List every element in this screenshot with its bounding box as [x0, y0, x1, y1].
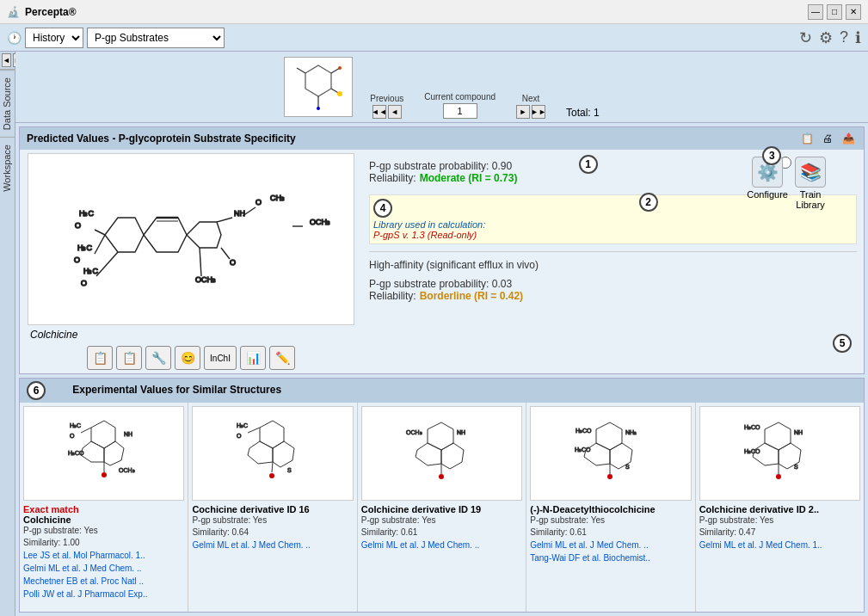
svg-text:OCH₃: OCH₃	[406, 429, 422, 435]
svg-marker-70	[753, 443, 779, 465]
sidebar-item-data-source[interactable]: Data Source	[0, 70, 15, 137]
copy-icon-btn[interactable]: 📋	[798, 130, 816, 147]
mol-tool-copy[interactable]: 📋	[87, 346, 113, 370]
minimize-button[interactable]: —	[808, 4, 823, 20]
svg-marker-44	[260, 421, 284, 448]
exp-info-4: P-gp substrate: Yes Similarity: 0.47	[699, 514, 860, 539]
exp-ref-1-0[interactable]: Gelmi ML et al. J Med Chem. ..	[192, 539, 353, 551]
exp-item-4: H₃CO NH H₃CO S Colchicine derivative ID …	[696, 403, 864, 612]
mol-tool-chart[interactable]: 📊	[240, 346, 266, 370]
svg-text:H₃C: H₃C	[83, 267, 98, 275]
colchicine-svg: H₃C O H₃C O H₃C O	[36, 157, 346, 321]
exp-mol-svg-2: NH OCH₃	[403, 410, 481, 496]
exp-refs-1: Gelmi ML et al. J Med Chem. ..	[192, 539, 353, 551]
mol-tool-smile[interactable]: 😊	[175, 346, 200, 370]
exp-ref-0-1[interactable]: Gelmi ML et al. J Med Chem. ..	[23, 562, 184, 575]
first-btn[interactable]: ◄◄	[372, 105, 386, 119]
content-area: Previous ◄◄ ◄ Current compound Next ►	[15, 52, 868, 616]
exp-ref-0-2[interactable]: Mechetner EB et al. Proc Natl ..	[23, 575, 184, 588]
current-label: Current compound	[424, 92, 496, 102]
mol-tool-edit[interactable]: ✏️	[269, 346, 295, 370]
svg-text:OCH₃: OCH₃	[119, 467, 135, 473]
refresh-icon[interactable]: ↻	[799, 28, 812, 47]
svg-point-48	[269, 473, 274, 478]
mol-tool-clipboard2[interactable]: 📋	[116, 346, 142, 370]
exp-ref-3-0[interactable]: Gelmi ML et al. J Med Chem. ..	[530, 539, 691, 551]
exp-ref-0-0[interactable]: Lee JS et al. Mol Pharmacol. 1..	[23, 549, 184, 562]
total-label: Total: 1	[566, 107, 600, 119]
svg-marker-8	[105, 218, 144, 252]
svg-text:S: S	[794, 464, 798, 470]
train-icon: 📚	[795, 157, 826, 188]
svg-marker-34	[81, 441, 104, 462]
main-toolbar: 🕐 History P-gp Substrates ↻ ⚙ ? ℹ	[0, 24, 868, 52]
prev-btn[interactable]: ◄	[388, 105, 402, 119]
help-icon[interactable]: ?	[840, 28, 848, 46]
train-library-button[interactable]: 📚 TrainLibrary	[795, 157, 826, 210]
exp-name-1: Cochicine derivative ID 16	[192, 504, 353, 514]
info-icon[interactable]: ℹ	[855, 28, 861, 47]
molecule-toolbar: 📋 📋 🔧 😊 InChI 📊 ✏️	[87, 346, 295, 370]
svg-text:H₃CO: H₃CO	[744, 424, 760, 430]
exp-name-4: Colchicine derivative ID 2..	[699, 504, 860, 514]
maximize-button[interactable]: □	[827, 4, 842, 20]
experimental-values-section: 6 Experimental Values for Similar Struct…	[19, 378, 865, 613]
pred2-reliability-value: Borderline (RI = 0.42)	[420, 290, 523, 302]
mol-tool-settings[interactable]: 🔧	[145, 346, 171, 370]
badge-1: 1	[579, 155, 598, 174]
current-input[interactable]	[443, 103, 477, 119]
exp-mol-img-2: NH OCH₃	[361, 406, 522, 501]
configure-label: Configure	[747, 189, 788, 200]
config-train-area: 3 ⚙️ Configure 📚 TrainLibrary	[747, 157, 826, 210]
svg-line-40	[81, 428, 91, 433]
pred1-reliability-prefix: Reliability:	[369, 172, 416, 184]
svg-line-28	[221, 248, 230, 259]
svg-text:H₃CO: H₃CO	[575, 447, 591, 453]
tab-ctrl-1[interactable]: ◄	[2, 53, 11, 67]
svg-marker-69	[765, 422, 791, 450]
exp-ref-4-0[interactable]: Gelmi ML et al. J Med Chem. 1..	[699, 539, 860, 551]
svg-text:H₃CO: H₃CO	[744, 448, 760, 454]
svg-point-37	[102, 472, 107, 477]
svg-marker-9	[144, 218, 187, 252]
svg-marker-46	[273, 441, 294, 467]
svg-point-64	[607, 474, 613, 479]
svg-point-5	[337, 91, 342, 96]
export-icon-btn[interactable]: 📤	[840, 130, 857, 147]
badge-2: 2	[639, 193, 658, 212]
svg-text:H₃C: H₃C	[77, 243, 92, 252]
exp-item-0: H₃C O H₃CO OCH₃ NH Exact match Colchicin…	[20, 403, 188, 612]
exp-info-2: P-gp substrate: Yes Similarity: 0.61	[361, 514, 522, 539]
main-area: ◄ ► ■ Data Source Workspace	[0, 52, 868, 616]
exp-ref-2-0[interactable]: Gelmi ML et al. J Med Chem. ..	[361, 539, 522, 551]
svg-text:H₃C: H₃C	[237, 422, 248, 428]
svg-text:O: O	[81, 279, 87, 287]
svg-text:O: O	[75, 221, 81, 230]
close-button[interactable]: ✕	[846, 4, 861, 20]
exp-ref-3-1[interactable]: Tang-Wai DF et al. Biochemist..	[530, 551, 691, 564]
exp-item-3: H₃CO NH₂ H₃CO S (-)-N-Deacetylthiocolchi…	[526, 403, 695, 612]
svg-text:NH: NH	[794, 429, 803, 435]
history-dropdown[interactable]: History	[25, 28, 83, 48]
current-nav: Current compound	[424, 92, 496, 119]
exp-ref-0-3[interactable]: Polli JW et al. J Pharmacol Exp..	[23, 588, 184, 601]
svg-marker-10	[187, 222, 221, 248]
exp-info-3: P-gp substrate: Yes Similarity: 0.61	[530, 514, 691, 539]
exp-mol-svg-0: H₃C O H₃CO OCH₃ NH	[65, 410, 143, 496]
exp-mol-img-1: H₃C O S	[192, 406, 353, 501]
print-icon-btn[interactable]: 🖨	[819, 130, 836, 147]
svg-text:O: O	[230, 258, 236, 267]
last-btn[interactable]: ►►	[532, 105, 545, 119]
svg-line-23	[217, 218, 232, 222]
svg-text:CH₃: CH₃	[270, 194, 285, 202]
predicted-values-section: Predicted Values - P-glycoprotein Substr…	[19, 126, 865, 374]
settings-icon[interactable]: ⚙	[819, 28, 833, 47]
history-clock-icon: 🕐	[7, 31, 22, 45]
svg-marker-35	[104, 441, 124, 465]
substrate-dropdown[interactable]: P-gp Substrates	[87, 28, 225, 48]
mol-tool-inchi[interactable]: InChI	[204, 346, 237, 370]
predicted-section-header: Predicted Values - P-glycoprotein Substr…	[20, 127, 864, 150]
svg-text:O: O	[237, 433, 242, 439]
next-btn[interactable]: ►	[516, 105, 530, 119]
sidebar-item-workspace[interactable]: Workspace	[0, 137, 15, 199]
